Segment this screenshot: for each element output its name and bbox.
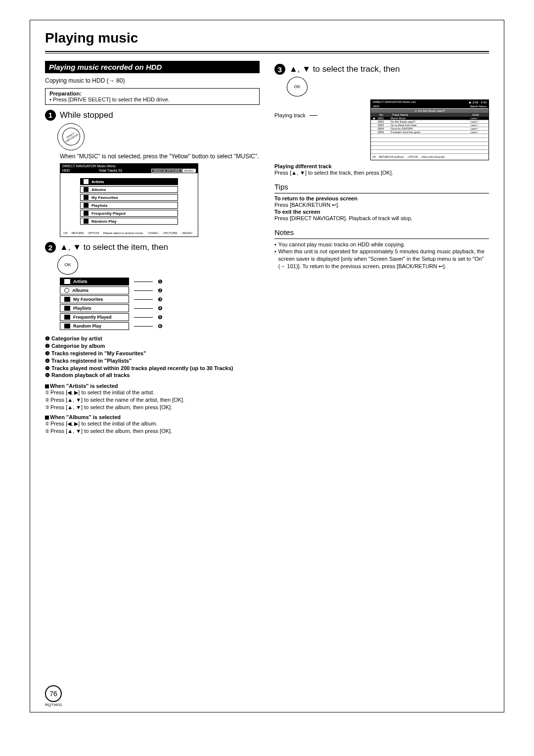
track-row: 0003Go to there from hereLeon ! [371,124,489,127]
step-3-text: ▲, ▼ to select the track, then [289,64,400,74]
step-2-text: ▲, ▼ to select the item, then [60,242,168,252]
bars-icon [84,211,89,216]
right-column: 3 ▲, ▼ to select the track, then OK Play… [274,61,489,434]
step-1-text: While stopped [60,110,113,120]
mm-item-random: Random Play [80,218,178,225]
track-row: 0004Good by SAKURALeon ! [371,127,489,131]
artists-head: When "Artists" is selected [45,383,260,389]
mm-footer: OK RETURN OPTION Please select to access… [60,230,198,236]
playing-diff-head: Playing different track [274,163,489,169]
ok-button-graphic-3: OK [287,77,308,96]
definitions: ❶ Categorise by artist ❷ Categorise by a… [45,335,260,379]
tips-heading: Tips [274,183,489,191]
shuffle-icon [84,219,89,224]
playing-track-label: Playing track [274,112,306,118]
track-row: ▶0001March MoonLeon ! [371,117,489,120]
rule-thick [45,51,489,52]
page-number: 76 [45,685,62,702]
tab-music: MUSIC [182,169,196,173]
mm-item-playlists: Playlists [80,202,178,209]
shuffle-icon [64,324,70,329]
tab-picture: PICTURE [165,169,181,173]
person-icon [64,279,70,284]
mm-total: Total Tracks 53 [99,169,122,173]
albums-l2: ②Press [▲, ▼] to select the album, then … [45,427,260,435]
page-title: Playing music [45,30,489,46]
mm-hdd: HDD [62,169,70,173]
ok-button-graphic: OK [57,255,78,275]
list-icon [64,306,70,311]
tracklist-figure: Playing track DIRECT NAVIGATOR Music Lis… [274,99,489,160]
section-header: Playing music recorded on HDD [45,61,260,73]
tip-return-text: Press [BACK/RETURN ↩]. [274,201,489,209]
pin-icon [64,297,70,302]
connector-line [310,115,317,116]
knob-label: DIRECT NAVIGATOR [59,125,83,149]
mm-title: DIRECT NAVIGATOR Music Menu [62,164,116,168]
artists-l3: ③Press [▲, ▼] to select the album, then … [45,404,260,411]
left-column: Playing music recorded on HDD Copying mu… [45,61,260,434]
mm-item-artists: Artists [80,178,178,185]
artists-l2: ②Press [▲, ▼] to select the name of the … [45,396,260,404]
tip-return-head: To return to the previous screen [274,195,489,201]
copying-note: Copying music to HDD (→ 80) [45,77,260,85]
track-row: 0005If eastern wind has goneLeon ! [371,131,489,134]
artists-l1: ①Press [◀, ▶] to select the initial of t… [45,389,260,396]
tip-exit-head: To exit the screen [274,209,489,215]
direct-navigator-knob: DIRECT NAVIGATOR [57,123,85,150]
person-icon [84,179,89,184]
note-1: •You cannot play music tracks on HDD whi… [274,241,489,248]
mm-tabs: VIDEO PICTURE MUSIC [151,169,196,173]
menu-list: Artists ❶ Albums ❷ My Favourites ❸ Playl… [60,278,260,330]
playing-diff-text: Press [▲, ▼] to select the track, then p… [274,169,489,177]
ml-row-frequent: Frequently Played ❺ [60,313,260,321]
step-2: 2 ▲, ▼ to select the item, then [45,242,260,253]
ml-row-artists: Artists ❶ [60,278,260,285]
now-playing-bar: ☺ Do this flower open? [371,108,489,113]
preparation-label: Preparation: [49,91,255,96]
ml-row-random: Random Play ❻ [60,322,260,330]
preparation-text: • Press [DRIVE SELECT] to select the HDD… [49,96,255,102]
document-id: RQT9431 [45,703,62,707]
rule-thin [45,53,489,53]
music-menu-screenshot: DIRECT NAVIGATOR Music Menu HDD Total Tr… [60,163,198,237]
step-3: 3 ▲, ▼ to select the track, then [274,64,489,75]
albums-head: When "Albums" is selected [45,414,260,420]
mm-item-frequent: Frequently Played [80,210,178,217]
step-1: 1 While stopped [45,110,260,121]
ml-row-albums: Albums ❷ [60,286,260,294]
albums-l1: ①Press [◀, ▶] to select the initial of t… [45,420,260,427]
step-2-number: 2 [45,242,56,253]
step-1-instruction: When "MUSIC" is not selected, press the … [60,153,260,161]
disc-icon [84,187,89,192]
bars-icon [64,315,70,320]
step-1-number: 1 [45,110,56,121]
tip-exit-text: Press [DIRECT NAVIGATOR]. Playback of tr… [274,215,489,222]
disc-icon [64,288,69,293]
mm-item-favourites: My Favourites [80,194,178,201]
notes-heading: Notes [274,228,489,236]
preparation-box: Preparation: • Press [DRIVE SELECT] to s… [45,88,260,105]
tracklist-screenshot: DIRECT NAVIGATOR Music List ▶ 2:09 4:30 … [370,99,489,160]
list-icon [84,203,89,208]
note-2: •When this unit is not operated for appr… [274,248,489,270]
tab-video: VIDEO [151,169,165,173]
ml-row-playlists: Playlists ❹ [60,304,260,312]
ml-row-favourites: My Favourites ❸ [60,295,260,303]
pin-icon [84,195,89,200]
step-3-number: 3 [274,64,285,75]
mm-item-albums: Albums [80,186,178,193]
track-row: 0002Do this flower open?Leon ! [371,120,489,124]
